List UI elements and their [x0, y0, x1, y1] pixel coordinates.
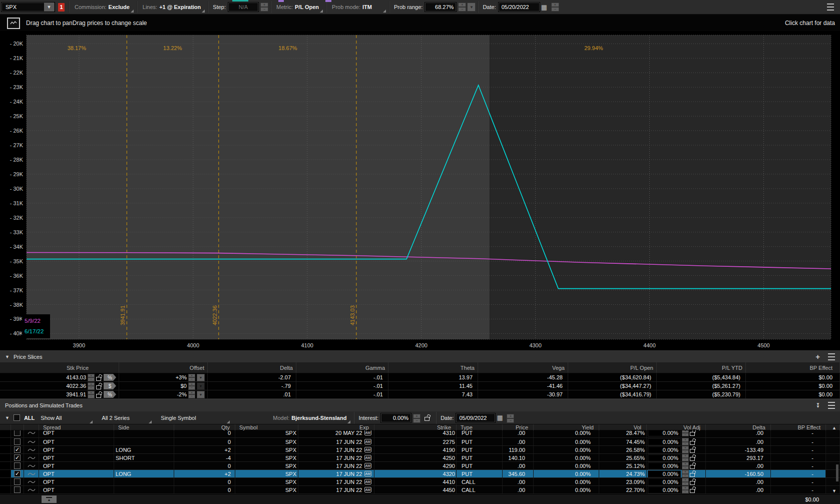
offset-spinner[interactable]: +− [188, 374, 195, 381]
scrollbar-thumb[interactable] [836, 464, 838, 481]
symbol-scope-dropdown[interactable]: Single Symbol [160, 411, 231, 425]
interest-input[interactable]: 0.00% [380, 413, 411, 423]
vol-adj-input[interactable]: 0.00% [648, 470, 681, 477]
row-checkbox-checked[interactable]: ✓ [14, 454, 21, 461]
vol-adj-input[interactable]: 0.00% [648, 454, 681, 461]
offset-mode-badge[interactable]: % [104, 391, 116, 398]
position-row[interactable]: OPT 0 SPX 17 JUN 22AM 4290 PUT .00 0.00%… [0, 462, 840, 470]
probability-label: 38.17% [68, 45, 87, 51]
vol-adj-spinner[interactable]: +− [682, 470, 689, 477]
vol-adj-input[interactable]: 0.00% [648, 430, 681, 436]
row-checkbox[interactable] [14, 478, 21, 485]
symbol-dropdown-arrow-icon[interactable]: ▼ [44, 3, 54, 12]
scroll-up-icon[interactable]: ▲ [832, 425, 836, 430]
all-checkbox[interactable] [14, 414, 20, 421]
alert-badge[interactable]: 1 [58, 3, 65, 12]
offset-mode-badge[interactable]: $ [104, 382, 116, 389]
row-checkbox[interactable] [14, 462, 21, 469]
position-row[interactable]: OPT 0 SPX 17 JUN 22AM 4450 CALL .00 0.00… [0, 486, 840, 494]
vol-adj-input[interactable]: 0.00% [648, 438, 681, 445]
collapse-all-icon[interactable]: ▼▼ [816, 403, 820, 408]
vol-adj-spinner[interactable]: +− [682, 454, 689, 461]
all-label: ALL [24, 415, 35, 421]
offset-dropdown-icon[interactable]: ▼ [197, 382, 205, 390]
unlock-icon[interactable] [690, 478, 696, 485]
offset-spinner[interactable]: +− [188, 391, 195, 398]
unlock-icon[interactable] [690, 462, 696, 469]
symbol-input[interactable]: SPX ▼ [1, 2, 55, 12]
row-checkbox-checked[interactable]: ✓ [14, 470, 21, 477]
step-spinner[interactable]: +− [260, 3, 268, 12]
series-dropdown[interactable]: All 2 Series [101, 411, 153, 425]
row-checkbox[interactable] [14, 486, 21, 493]
unlock-icon[interactable] [690, 446, 696, 453]
offset-dropdown-icon[interactable]: ▼ [197, 374, 205, 381]
stk-price-spinner[interactable]: +− [88, 391, 95, 398]
lines-dropdown[interactable]: Lines: +1 @ Expiration [140, 0, 206, 14]
collapse-chevron-icon[interactable]: ▼ [5, 354, 10, 359]
collapse-chevron-icon[interactable]: ▼ [5, 415, 10, 420]
prob-range-spinner[interactable]: +− [458, 3, 466, 12]
unlock-icon[interactable] [690, 470, 696, 477]
price-slices-bar[interactable]: ▼ Price Slices + [0, 350, 840, 362]
positions-bar[interactable]: Positions and Simulated Trades ▼▼ [0, 399, 840, 411]
unlock-icon[interactable] [690, 454, 696, 461]
unlock-icon[interactable] [690, 486, 696, 493]
step-input[interactable]: N/A [228, 2, 259, 12]
prob-range-dropdown-arrow-icon[interactable]: ▼ [467, 3, 476, 12]
risk-profile-plot[interactable]: - 20K- 21K- 22K- 23K- 24K- 25K- 26K- 27K… [0, 31, 840, 350]
offset-mode-badge[interactable]: % [104, 374, 116, 381]
offset-spinner[interactable]: +− [188, 382, 195, 390]
vol-adj-spinner[interactable]: +− [682, 430, 689, 436]
risk-profile-chart[interactable]: - 20K- 21K- 22K- 23K- 24K- 25K- 26K- 27K… [0, 31, 840, 350]
position-row[interactable]: OPT 0 SPX 17 JUN 22AM 4410 CALL .00 0.00… [0, 478, 840, 486]
stk-price-spinner[interactable]: +− [88, 382, 95, 390]
scroll-down-icon[interactable]: ▼ [832, 488, 836, 493]
vol-adj-input[interactable]: 0.00% [648, 478, 681, 485]
interest-lock-icon[interactable] [425, 414, 431, 421]
offset-dropdown-icon[interactable]: ▼ [197, 391, 205, 398]
row-checkbox[interactable] [14, 438, 21, 445]
vol-adj-spinner[interactable]: +− [682, 462, 689, 469]
row-checkbox-checked[interactable]: ✓ [14, 446, 21, 453]
date-input[interactable]: 05/20/2022 [498, 2, 540, 12]
vol-adj-input[interactable]: 0.00% [648, 446, 681, 453]
metric-dropdown[interactable]: Metric: P/L Open [273, 0, 324, 14]
unlock-icon[interactable] [96, 383, 102, 389]
price-slices-menu-icon[interactable] [828, 353, 835, 360]
show-all-dropdown[interactable]: Show All [40, 411, 94, 425]
collapse-table-button[interactable]: ▲ [42, 495, 57, 503]
vol-adj-spinner[interactable]: +− [682, 486, 689, 493]
unlock-icon[interactable] [96, 391, 102, 398]
commission-dropdown[interactable]: Commission: Exclude [72, 0, 135, 14]
position-row[interactable]: OPT 0 SPX 20 MAY 22AM 4310 PUT .00 0.00%… [0, 430, 840, 438]
stk-price-spinner[interactable]: +− [88, 374, 95, 381]
gamma-cell: -.01 [296, 373, 388, 381]
vol-adj-spinner[interactable]: +− [682, 478, 689, 485]
position-row[interactable]: ✓ OPT LONG +2 SPX 17 JUN 22AM 4190 PUT 1… [0, 446, 840, 454]
date-spinner[interactable]: +− [551, 3, 559, 12]
toolbar-menu-icon[interactable] [827, 4, 834, 11]
unlock-icon[interactable] [690, 430, 696, 436]
positions-menu-icon[interactable] [828, 402, 835, 409]
vol-adj-input[interactable]: 0.00% [648, 486, 681, 493]
vol-adj-input[interactable]: 0.00% [648, 462, 681, 469]
row-checkbox[interactable] [14, 430, 21, 436]
position-row[interactable]: OPT 0 SPX 17 JUN 22AM 2275 PUT .00 0.00%… [0, 438, 840, 446]
position-row-selected[interactable]: ✓ OPT LONG +2 SPX 17 JUN 22AM 4320 PUT 3… [0, 470, 840, 478]
prob-mode-dropdown[interactable]: Prob mode: ITM [329, 0, 387, 14]
calendar-icon[interactable]: ▦ [541, 4, 549, 11]
calendar-icon[interactable]: ▦ [497, 414, 504, 421]
positions-date-input[interactable]: 05/09/2022 [456, 413, 496, 423]
vol-adj-spinner[interactable]: +− [682, 438, 689, 445]
model-dropdown[interactable]: Model: Bjerksund-Stensland [270, 411, 351, 425]
chart-style-icon[interactable] [7, 18, 20, 29]
unlock-icon[interactable] [690, 438, 696, 445]
vol-adj-spinner[interactable]: +− [682, 446, 689, 453]
positions-date-spinner[interactable]: +− [507, 414, 514, 422]
prob-range-input[interactable]: 68.27% [425, 2, 457, 12]
unlock-icon[interactable] [96, 374, 102, 381]
add-slice-icon[interactable]: + [815, 354, 820, 360]
position-row[interactable]: ✓ OPT SHORT -4 SPX 17 JUN 22AM 4250 PUT … [0, 454, 840, 462]
interest-spinner[interactable]: +− [413, 414, 421, 422]
